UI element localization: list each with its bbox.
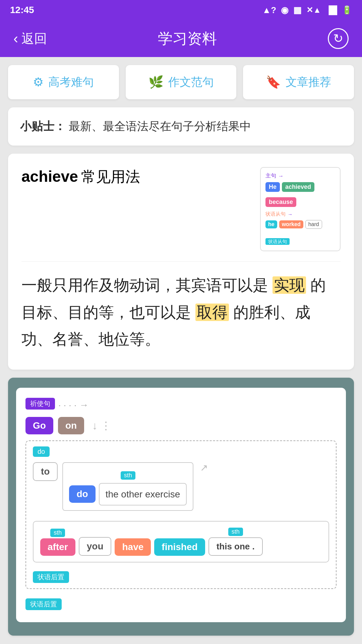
tip-prefix: 小贴士： <box>20 120 66 132</box>
diag-achieved-chip: achieved <box>282 182 314 192</box>
go-on-row: Go on ↓ ⋮ <box>25 417 337 434</box>
go-chip: Go <box>25 417 53 434</box>
diag-worked-chip: worked <box>279 220 303 228</box>
other-exercise-box: the other exercise <box>99 483 187 505</box>
after-block: sth after . you . have . <box>33 521 329 562</box>
status-right: ▲? ◉ ▦ ✕▲ ▐█ 🔋 <box>262 5 352 15</box>
gaokao-icon: ⚙ <box>33 75 44 89</box>
status-bar: 12:45 ▲? ◉ ▦ ✕▲ ▐█ 🔋 <box>0 0 362 20</box>
learn-card-top: achieve 常见用法 主句 → He achieved because <box>21 167 341 251</box>
arrow-right-icon: · · · · → <box>58 400 88 411</box>
category-article-label: 文章推荐 <box>286 74 331 90</box>
learn-card: achieve 常见用法 主句 → He achieved because <box>8 154 354 370</box>
nav-bar: ‹ 返回 学习资料 ↻ <box>0 20 362 57</box>
do-inner-block: sth do the other exercise <box>62 462 193 511</box>
imperative-section: 祈使句 · · · · → Go on ↓ ⋮ <box>25 398 337 434</box>
state-label-2: 状语后置 <box>25 598 62 610</box>
have-chip: have <box>115 538 151 556</box>
sim-icon: ▦ <box>293 5 302 15</box>
finished-chip: finished <box>154 538 205 556</box>
diag-hard-chip: hard <box>305 220 322 229</box>
status-left: 12:45 <box>10 5 34 15</box>
sentence-inner: 祈使句 · · · · → Go on ↓ ⋮ do to <box>16 388 346 622</box>
category-article-button[interactable]: 🔖 文章推荐 <box>243 65 354 99</box>
you-chip: you <box>79 537 112 556</box>
battery-icon: 🔋 <box>342 5 352 15</box>
diag-he2-chip: he <box>265 220 277 228</box>
category-essay-button[interactable]: 🌿 作文范句 <box>126 65 237 99</box>
do-outer-label: do <box>33 446 329 460</box>
sth-tag-top: sth <box>121 471 135 480</box>
back-button[interactable]: ‹ 返回 <box>13 30 47 47</box>
diag-state-label: 状语从句 <box>265 238 290 245</box>
signal-x-icon: ✕▲ <box>306 5 321 15</box>
status-time: 12:45 <box>10 5 34 15</box>
state-label-1: 状语后置 <box>33 571 69 583</box>
sth-tag-after1: sth <box>50 529 65 537</box>
on-chip: on <box>58 417 84 434</box>
to-do-row: to sth do the other exercise ↗ <box>33 462 329 515</box>
do-chip: do <box>69 485 95 503</box>
tip-card: 小贴士： 最新、最全语法尽在句子分析结果中 <box>8 107 354 146</box>
sth-tag-after2: sth <box>228 528 243 536</box>
tip-text: 最新、最全语法尽在句子分析结果中 <box>69 120 251 132</box>
signal-bars-icon: ▐█ <box>326 5 337 15</box>
refresh-button[interactable]: ↻ <box>328 28 349 49</box>
parental-icon: ◉ <box>281 5 289 15</box>
article-icon: 🔖 <box>266 75 281 89</box>
down-arrow-connector: ↓ ⋮ <box>92 419 111 432</box>
do-label: do <box>33 446 50 457</box>
diag-because-chip: because <box>265 197 296 207</box>
category-gaokao-label: 高考难句 <box>48 74 94 90</box>
do-outer-block: do to sth do the other exercise <box>25 440 337 589</box>
learn-card-body: 一般只用作及物动词，其宾语可以是 实现 的目标、目的等，也可以是 取得 的胜利、… <box>21 272 341 353</box>
essay-icon: 🌿 <box>148 75 164 89</box>
grammar-diagram: 主句 → He achieved because 状语从句 → <box>260 167 341 251</box>
category-gaokao-button[interactable]: ⚙ 高考难句 <box>8 65 119 99</box>
back-label: 返回 <box>21 30 47 47</box>
refresh-icon: ↻ <box>333 32 343 46</box>
side-arrow-icon: ↗ <box>200 462 208 473</box>
wifi-question-icon: ▲? <box>262 5 277 15</box>
page-title: 学习资料 <box>47 29 328 49</box>
content-area: ⚙ 高考难句 🌿 作文范句 🔖 文章推荐 小贴士： 最新、最全语法尽在句子分析结… <box>0 57 362 644</box>
card-divider <box>21 261 341 262</box>
category-essay-label: 作文范句 <box>168 74 214 90</box>
back-chevron-icon: ‹ <box>13 31 18 47</box>
after-chip: after <box>40 538 75 556</box>
diag-he-chip: He <box>265 182 280 192</box>
highlight-qude: 取得 <box>195 304 229 321</box>
sentence-card: 祈使句 · · · · → Go on ↓ ⋮ do to <box>8 378 354 636</box>
to-chip: to <box>33 462 58 481</box>
this-one-chip: this one . <box>208 537 263 556</box>
diag-main-label: 主句 <box>265 172 276 179</box>
imperative-label: 祈使句 <box>25 398 55 410</box>
learn-card-title: achieve 常见用法 <box>21 167 140 187</box>
category-row: ⚙ 高考难句 🌿 作文范句 🔖 文章推荐 <box>8 65 354 99</box>
highlight-shixian: 实现 <box>273 276 306 294</box>
